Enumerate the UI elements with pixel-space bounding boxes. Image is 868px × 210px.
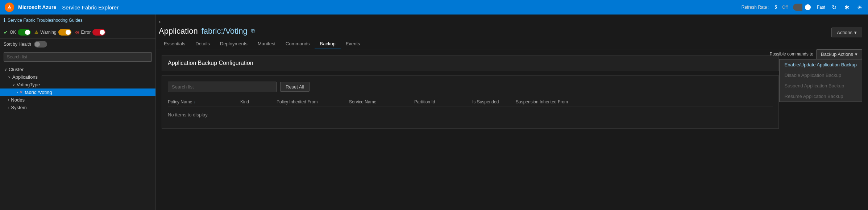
info-icon: ℹ <box>4 17 5 23</box>
tree-label: fabric:/Voting <box>25 90 52 95</box>
tab-commands[interactable]: Commands <box>281 39 315 49</box>
tab-manifest[interactable]: Manifest <box>253 39 281 49</box>
backup-actions-chevron-icon: ▾ <box>855 52 857 57</box>
refresh-button[interactable]: ↻ <box>830 3 838 12</box>
warning-toggle[interactable] <box>58 29 71 36</box>
chevron-icon: ∨ <box>8 75 11 79</box>
sidebar: ℹ Service Fabric Troubleshooting Guides … <box>0 15 156 210</box>
backup-actions-button[interactable]: Backup Actions ▾ <box>816 49 862 59</box>
tab-deployments[interactable]: Deployments <box>215 39 253 49</box>
tab-essentials[interactable]: Essentials <box>159 39 190 49</box>
chevron-icon: › <box>17 90 18 94</box>
col-suspension-inherited: Suspension Inherited From <box>516 99 588 104</box>
content-area: ⟵ Application fabric:/Voting ⧉ Actions ▾… <box>156 15 868 210</box>
tab-details[interactable]: Details <box>190 39 215 49</box>
col-partition-id: Partition Id <box>414 99 472 104</box>
copy-icon[interactable]: ⧉ <box>251 28 255 34</box>
tree-item-cluster[interactable]: ∨ Cluster <box>0 66 155 73</box>
app-type-label: Application <box>159 26 198 36</box>
troubleshooting-guides-link[interactable]: ℹ Service Fabric Troubleshooting Guides <box>0 15 155 26</box>
sidebar-search-input[interactable] <box>4 52 152 62</box>
possible-commands-label: Possible commands to <box>769 52 813 57</box>
error-label: Error <box>81 30 91 35</box>
sort-arrow-icon: ↓ <box>194 99 196 104</box>
main-layout: ℹ Service Fabric Troubleshooting Guides … <box>0 15 868 210</box>
actions-button[interactable]: Actions ▾ <box>831 28 862 37</box>
resume-backup-item[interactable]: Resume Application Backup <box>780 91 862 102</box>
refresh-toggle[interactable] <box>793 4 812 11</box>
refresh-rate-label: Refresh Rate : <box>742 5 769 10</box>
tree-label: Nodes <box>11 97 25 103</box>
no-items-message: No items to display. <box>168 107 773 123</box>
sidebar-search-container <box>0 50 155 64</box>
tree-item-votingtype[interactable]: ∨ VotingType <box>0 81 155 88</box>
warning-label: Warning <box>40 30 56 35</box>
reset-all-button[interactable]: Reset All <box>280 82 310 92</box>
backup-actions-dropdown: Possible commands to Backup Actions ▾ En… <box>769 49 862 102</box>
tree-item-fabric-voting[interactable]: › ✕ fabric:/Voting <box>0 88 155 96</box>
guides-label: Service Fabric Troubleshooting Guides <box>8 18 83 23</box>
content-tabs: Essentials Details Deployments Manifest … <box>159 39 862 49</box>
tree-label: Applications <box>12 74 38 80</box>
error-icon: ⊗ <box>75 29 79 35</box>
tab-backup[interactable]: Backup <box>315 39 340 49</box>
error-filter[interactable]: ⊗ Error <box>75 29 106 36</box>
error-status-icon: ✕ <box>20 90 23 95</box>
chevron-icon: ∨ <box>12 83 15 87</box>
backup-config-section: Application Backup Configuration Reset A… <box>162 55 779 129</box>
tree-label: System <box>11 105 26 110</box>
enable-update-backup-item[interactable]: Enable/Update Application Backup <box>780 59 862 70</box>
sort-by-health-row: Sort by Health <box>0 39 155 50</box>
table-header: Policy Name ↓ Kind Policy Inherited From… <box>168 97 773 107</box>
tree-label: Cluster <box>9 67 24 72</box>
app-title-nav: Service Fabric Explorer <box>62 4 119 11</box>
sort-by-health-toggle[interactable] <box>34 41 47 48</box>
theme-button[interactable]: ☀ <box>856 3 864 12</box>
sidebar-filters: ✔ OK ⚠ Warning ⊗ Error <box>0 26 155 39</box>
off-label: Off <box>782 5 788 10</box>
search-reset-row: Reset All <box>168 82 773 92</box>
warning-icon: ⚠ <box>34 30 38 35</box>
chevron-icon: ∨ <box>4 67 7 71</box>
disable-backup-item[interactable]: Disable Application Backup <box>780 70 862 81</box>
col-is-suspended: Is Suspended <box>472 99 516 104</box>
top-nav-controls: Refresh Rate : 5 Off Fast ↻ ✱ ☀ <box>742 3 864 12</box>
col-policy-inherited: Policy Inherited From <box>277 99 349 104</box>
sort-by-health-label: Sort by Health <box>4 42 31 47</box>
settings-button[interactable]: ✱ <box>843 3 851 12</box>
actions-chevron-icon: ▾ <box>854 30 857 35</box>
error-toggle[interactable] <box>92 29 105 36</box>
tab-events[interactable]: Events <box>341 39 365 49</box>
collapse-sidebar-button[interactable]: ⟵ <box>159 18 167 25</box>
col-kind: Kind <box>240 99 277 104</box>
tree-item-applications[interactable]: ∨ Applications <box>0 73 155 81</box>
reset-all-label: Reset All <box>286 84 304 90</box>
suspend-backup-item[interactable]: Suspend Application Backup <box>780 81 862 91</box>
actions-label: Actions <box>837 30 852 35</box>
sidebar-tree: ∨ Cluster ∨ Applications ∨ VotingType › … <box>0 64 155 210</box>
content-header: ⟵ Application fabric:/Voting ⧉ Actions ▾… <box>156 15 868 49</box>
warning-filter[interactable]: ⚠ Warning <box>34 29 71 36</box>
backup-config-box: Reset All Policy Name ↓ Kind Policy Inhe… <box>162 75 779 129</box>
tree-item-system[interactable]: › System <box>0 104 155 111</box>
backup-config-title: Application Backup Configuration <box>162 55 779 71</box>
chevron-icon: › <box>8 106 9 110</box>
tree-item-nodes[interactable]: › Nodes <box>0 96 155 104</box>
ok-filter[interactable]: ✔ OK <box>4 29 31 36</box>
backup-actions-menu: Enable/Update Application Backup Disable… <box>779 59 862 102</box>
col-policy-name[interactable]: Policy Name ↓ <box>168 99 240 104</box>
backup-actions-label: Backup Actions <box>821 52 853 57</box>
app-title-row: Application fabric:/Voting ⧉ Actions ▾ <box>159 26 862 36</box>
tree-label: VotingType <box>17 82 40 87</box>
brand-label: Microsoft Azure <box>18 4 56 10</box>
col-service-name: Service Name <box>349 99 414 104</box>
dropdown-header-row: Possible commands to Backup Actions ▾ <box>769 49 862 59</box>
refresh-rate-value: 5 <box>774 5 777 10</box>
ok-toggle[interactable] <box>18 29 31 36</box>
ok-icon: ✔ <box>4 29 8 35</box>
ok-label: OK <box>10 30 16 35</box>
backup-search-input[interactable] <box>168 82 277 92</box>
chevron-icon: › <box>8 98 9 102</box>
fast-label: Fast <box>817 5 825 10</box>
content-body: Possible commands to Backup Actions ▾ En… <box>156 49 868 210</box>
